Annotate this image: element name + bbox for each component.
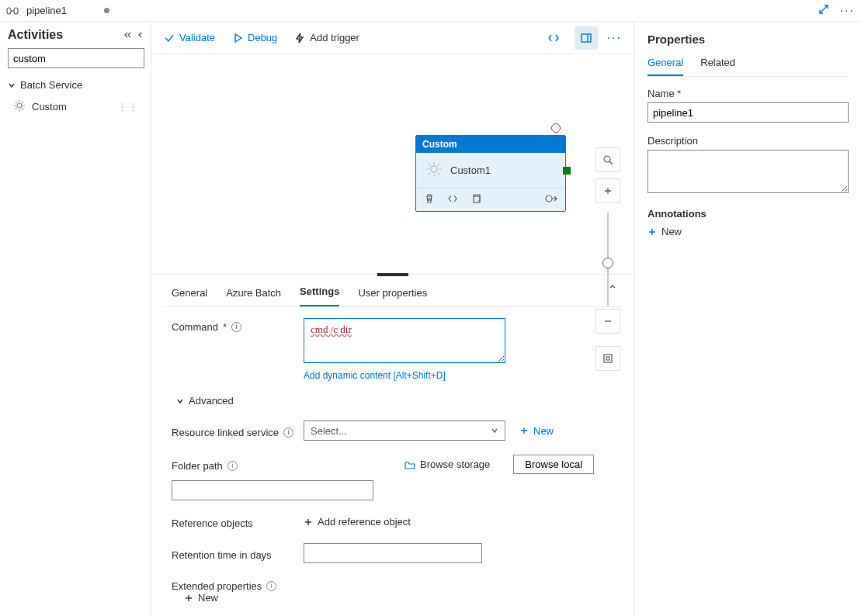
zoom-in-button[interactable]: [595, 178, 620, 203]
tab-azurebatch[interactable]: Azure Batch: [226, 287, 281, 306]
label-retention: Retention time in days: [172, 546, 304, 561]
add-dynamic-content-link[interactable]: Add dynamic content [Alt+Shift+D]: [304, 370, 446, 381]
info-icon[interactable]: i: [266, 581, 276, 591]
label-annotations: Annotations: [647, 208, 849, 220]
clone-icon[interactable]: [470, 193, 481, 206]
group-label: Batch Service: [20, 79, 82, 91]
more-icon[interactable]: ···: [607, 31, 622, 45]
advanced-toggle[interactable]: Advanced: [176, 395, 614, 407]
label-name: Name *: [647, 88, 849, 99]
gear-icon: [13, 99, 26, 114]
properties-title: Properties: [647, 33, 849, 46]
activities-title: Activities: [8, 28, 63, 42]
expand-icon[interactable]: [818, 4, 829, 17]
pipeline-canvas[interactable]: Custom Custom1: [151, 54, 634, 274]
delete-icon[interactable]: [424, 193, 435, 206]
collapse-panel-icon[interactable]: [124, 30, 144, 40]
tab-prop-general[interactable]: General: [647, 57, 683, 76]
tab-settings[interactable]: Settings: [300, 286, 339, 306]
activity-custom[interactable]: Custom ⋮⋮: [8, 94, 144, 119]
info-icon[interactable]: i: [227, 461, 238, 471]
validate-button[interactable]: Validate: [164, 32, 215, 43]
activity-label: Custom: [32, 101, 67, 112]
svg-rect-0: [7, 8, 11, 14]
search-icon[interactable]: [595, 147, 620, 172]
new-annotation-button[interactable]: New: [647, 226, 682, 237]
new-linked-service-button[interactable]: New: [519, 425, 554, 437]
add-trigger-button[interactable]: Add trigger: [294, 32, 359, 43]
pipeline-name-input[interactable]: [647, 102, 849, 123]
group-batch-service[interactable]: Batch Service: [8, 76, 144, 94]
properties-toggle-icon[interactable]: [575, 26, 598, 50]
debug-button[interactable]: Debug: [232, 32, 277, 43]
browse-local-button[interactable]: Browse local: [513, 455, 594, 474]
label-reference-objects: Reference objects: [172, 514, 304, 529]
tab-title: pipeline1: [26, 5, 67, 16]
svg-point-5: [17, 103, 22, 108]
svg-rect-6: [582, 34, 591, 42]
gear-icon: [425, 161, 443, 180]
tab-userproperties[interactable]: User properties: [358, 287, 427, 306]
svg-point-8: [431, 166, 437, 172]
svg-rect-1: [14, 8, 18, 14]
info-icon[interactable]: i: [283, 427, 293, 438]
browse-storage-button[interactable]: Browse storage: [404, 459, 490, 470]
node-name: Custom1: [450, 164, 491, 176]
unsaved-indicator-icon: [104, 8, 109, 13]
validation-error-icon: [551, 123, 561, 133]
collapse-panel-icon[interactable]: [608, 282, 617, 294]
label-description: Description: [647, 135, 849, 147]
node-type-label: Custom: [416, 136, 565, 153]
activity-node-custom1[interactable]: Custom Custom1: [415, 135, 566, 212]
output-icon[interactable]: [545, 193, 557, 206]
activities-panel: Activities Batch Service Custom ⋮⋮: [0, 22, 151, 616]
activities-search-input[interactable]: [13, 53, 144, 64]
add-reference-object-button[interactable]: Add reference object: [304, 516, 411, 528]
tab-prop-related[interactable]: Related: [700, 57, 735, 76]
folder-path-input[interactable]: [172, 480, 373, 500]
info-icon[interactable]: i: [231, 322, 241, 332]
command-input[interactable]: cmd /c dir: [304, 318, 505, 363]
label-command: Command*i: [172, 318, 304, 333]
properties-panel: Properties General Related Name * Descri…: [634, 22, 861, 616]
settings-panel: General Azure Batch Settings User proper…: [151, 274, 634, 616]
zoom-handle[interactable]: [602, 258, 613, 268]
retention-input[interactable]: [304, 543, 482, 563]
svg-point-11: [604, 156, 610, 162]
label-extended-properties: Extended propertiesi: [172, 577, 304, 592]
label-folder-path: Folder pathi: [172, 457, 304, 472]
code-view-icon[interactable]: [542, 26, 565, 50]
label-resource-linked-service: Resource linked servicei: [172, 424, 304, 438]
description-input[interactable]: [647, 150, 849, 193]
activities-search[interactable]: [8, 48, 144, 68]
success-connector-icon[interactable]: [563, 167, 571, 175]
tab-general[interactable]: General: [172, 287, 207, 306]
pipeline-toolbar: Validate Debug Add trigger: [151, 22, 634, 54]
code-icon[interactable]: [447, 193, 458, 206]
svg-point-10: [546, 196, 552, 202]
svg-line-12: [609, 161, 613, 164]
pipeline-icon: [6, 5, 19, 16]
svg-rect-9: [474, 196, 480, 202]
drag-handle-icon[interactable]: ⋮⋮: [117, 101, 139, 112]
more-icon[interactable]: ···: [840, 4, 855, 18]
topbar: pipeline1 ···: [0, 0, 861, 22]
resource-linked-service-select[interactable]: Select...: [304, 420, 505, 441]
new-extended-property-button[interactable]: New: [184, 592, 614, 604]
